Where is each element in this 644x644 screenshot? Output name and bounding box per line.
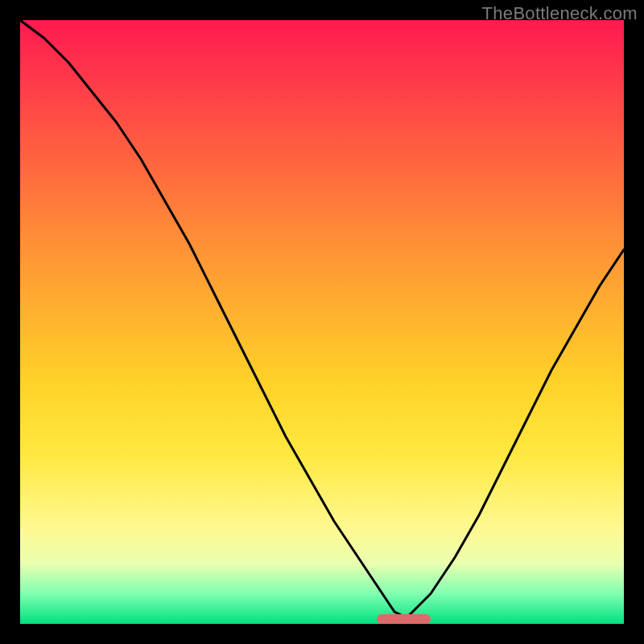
plot-area [20, 20, 624, 624]
optimal-range-marker [377, 614, 431, 624]
chart-frame: TheBottleneck.com [0, 0, 644, 644]
watermark-text: TheBottleneck.com [482, 3, 638, 24]
